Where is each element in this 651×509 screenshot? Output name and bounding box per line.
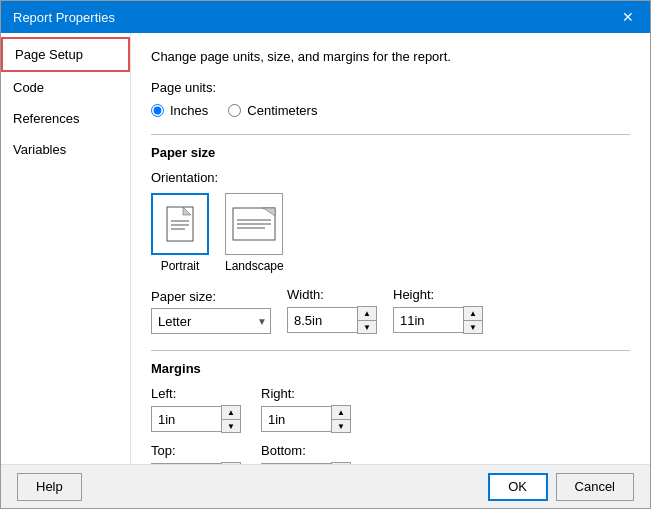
- help-button[interactable]: Help: [17, 473, 82, 501]
- height-label: Height:: [393, 287, 483, 302]
- height-field: Height: ▲ ▼: [393, 287, 483, 334]
- top-field: Top: ▲ ▼: [151, 443, 241, 464]
- height-spin-buttons: ▲ ▼: [463, 306, 483, 334]
- sidebar-item-variables[interactable]: Variables: [1, 134, 130, 165]
- radio-centimeters[interactable]: [228, 104, 241, 117]
- left-spin-buttons: ▲ ▼: [221, 405, 241, 433]
- right-up-button[interactable]: ▲: [332, 406, 350, 419]
- portrait-label: Portrait: [161, 259, 200, 273]
- right-spin-buttons: ▲ ▼: [331, 405, 351, 433]
- left-up-button[interactable]: ▲: [222, 406, 240, 419]
- paper-size-section: Paper size Orientation:: [151, 134, 630, 334]
- width-spin-buttons: ▲ ▼: [357, 306, 377, 334]
- margins-bottom-row: Top: ▲ ▼ Bottom:: [151, 443, 630, 464]
- portrait-box[interactable]: [151, 193, 209, 255]
- height-up-button[interactable]: ▲: [464, 307, 482, 320]
- content-description: Change page units, size, and margins for…: [151, 49, 630, 64]
- sidebar-item-references[interactable]: References: [1, 103, 130, 134]
- width-up-button[interactable]: ▲: [358, 307, 376, 320]
- landscape-label: Landscape: [225, 259, 284, 273]
- height-input[interactable]: [393, 307, 463, 333]
- radio-inches[interactable]: [151, 104, 164, 117]
- width-down-button[interactable]: ▼: [358, 320, 376, 333]
- orientation-label: Orientation:: [151, 170, 630, 185]
- paper-size-row: Paper size: Letter A4 Legal ▼ Width:: [151, 287, 630, 334]
- left-field: Left: ▲ ▼: [151, 386, 241, 433]
- height-down-button[interactable]: ▼: [464, 320, 482, 333]
- paper-size-select-wrapper: Letter A4 Legal ▼: [151, 308, 271, 334]
- radio-centimeters-option[interactable]: Centimeters: [228, 103, 317, 118]
- radio-inches-label: Inches: [170, 103, 208, 118]
- width-input[interactable]: [287, 307, 357, 333]
- margins-title: Margins: [151, 361, 630, 376]
- page-units-group: Inches Centimeters: [151, 103, 630, 118]
- margins-section: Margins Left: ▲ ▼ Right:: [151, 350, 630, 464]
- paper-size-select[interactable]: Letter A4 Legal: [151, 308, 271, 334]
- title-bar: Report Properties ✕: [1, 1, 650, 33]
- bottom-field: Bottom: ▲ ▼: [261, 443, 351, 464]
- top-label: Top:: [151, 443, 241, 458]
- dialog-title: Report Properties: [13, 10, 115, 25]
- right-spin: ▲ ▼: [261, 405, 351, 433]
- left-input[interactable]: [151, 406, 221, 432]
- height-spin: ▲ ▼: [393, 306, 483, 334]
- cancel-button[interactable]: Cancel: [556, 473, 634, 501]
- landscape-option[interactable]: Landscape: [225, 193, 284, 273]
- portrait-option[interactable]: Portrait: [151, 193, 209, 273]
- bottom-label: Bottom:: [261, 443, 351, 458]
- report-properties-dialog: Report Properties ✕ Page Setup Code Refe…: [0, 0, 651, 509]
- sidebar-item-code[interactable]: Code: [1, 72, 130, 103]
- close-button[interactable]: ✕: [618, 7, 638, 27]
- left-down-button[interactable]: ▼: [222, 419, 240, 432]
- width-spin: ▲ ▼: [287, 306, 377, 334]
- paper-size-title: Paper size: [151, 145, 630, 160]
- page-units-label: Page units:: [151, 80, 630, 95]
- footer-right-buttons: OK Cancel: [488, 473, 634, 501]
- sidebar-item-page-setup[interactable]: Page Setup: [1, 37, 130, 72]
- right-input[interactable]: [261, 406, 331, 432]
- content-area: Change page units, size, and margins for…: [131, 33, 650, 464]
- radio-centimeters-label: Centimeters: [247, 103, 317, 118]
- radio-inches-option[interactable]: Inches: [151, 103, 208, 118]
- right-field: Right: ▲ ▼: [261, 386, 351, 433]
- dialog-body: Page Setup Code References Variables Cha…: [1, 33, 650, 464]
- paper-size-field: Paper size: Letter A4 Legal ▼: [151, 289, 271, 334]
- left-label: Left:: [151, 386, 241, 401]
- sidebar: Page Setup Code References Variables: [1, 33, 131, 464]
- dialog-footer: Help OK Cancel: [1, 464, 650, 508]
- ok-button[interactable]: OK: [488, 473, 548, 501]
- margins-top-row: Left: ▲ ▼ Right:: [151, 386, 630, 433]
- right-down-button[interactable]: ▼: [332, 419, 350, 432]
- orientation-group: Portrait Lands: [151, 193, 630, 273]
- left-spin: ▲ ▼: [151, 405, 241, 433]
- paper-size-label: Paper size:: [151, 289, 271, 304]
- landscape-box[interactable]: [225, 193, 283, 255]
- width-field: Width: ▲ ▼: [287, 287, 377, 334]
- right-label: Right:: [261, 386, 351, 401]
- width-label: Width:: [287, 287, 377, 302]
- svg-rect-0: [167, 207, 193, 241]
